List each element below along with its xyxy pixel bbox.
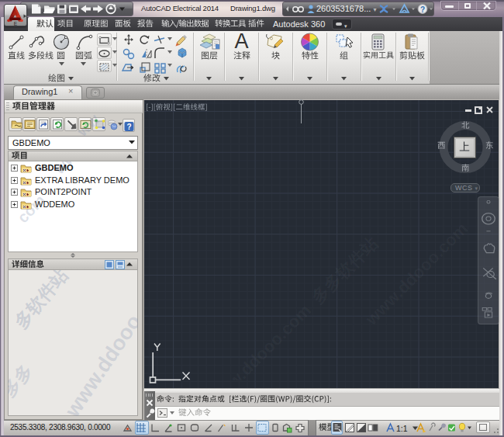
svg-text:1:1: 1:1 bbox=[396, 424, 408, 433]
svg-text:?: ? bbox=[420, 5, 425, 14]
svg-text:E: E bbox=[14, 21, 18, 26]
